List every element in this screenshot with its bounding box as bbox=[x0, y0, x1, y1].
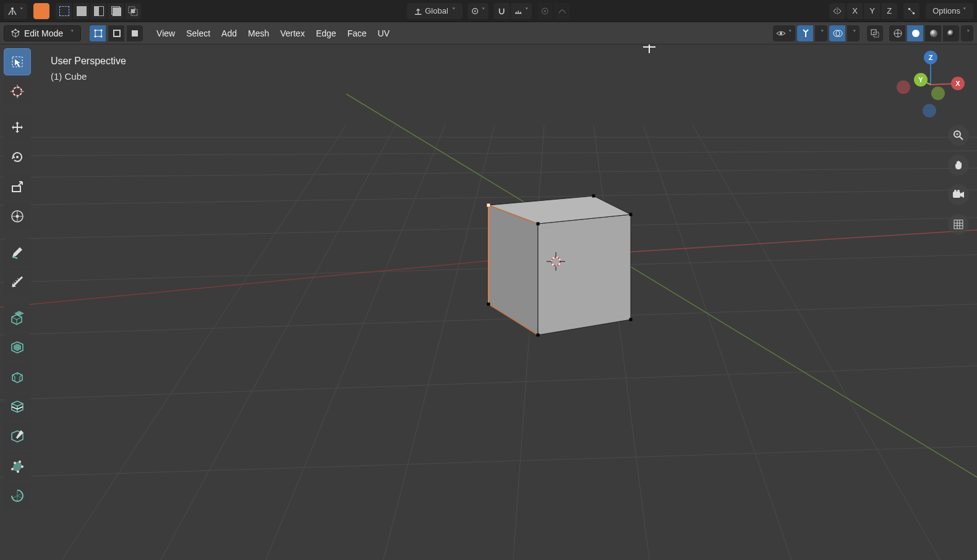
snap-toggle[interactable] bbox=[493, 3, 510, 19]
edge-select-mode[interactable] bbox=[108, 25, 124, 41]
mesh-symmetry-icon[interactable] bbox=[829, 3, 845, 19]
overlay-perspective: User Perspective bbox=[51, 53, 126, 69]
toggle-grid-button[interactable] bbox=[948, 214, 969, 235]
tool-cursor[interactable] bbox=[4, 78, 31, 105]
menu-edge[interactable]: Edge bbox=[316, 28, 336, 38]
tool-bevel[interactable] bbox=[4, 363, 31, 391]
viewport-3d[interactable]: User Perspective (1) Cube bbox=[0, 45, 977, 560]
svg-marker-51 bbox=[488, 196, 631, 224]
automerge-toggle[interactable] bbox=[903, 3, 919, 19]
options-dropdown[interactable]: Options ˅ bbox=[926, 3, 973, 19]
shading-dropdown[interactable] bbox=[961, 25, 973, 41]
mirror-x[interactable]: X bbox=[847, 3, 863, 19]
camera-button[interactable] bbox=[948, 184, 969, 205]
transform-orientation-dropdown[interactable]: Global ˅ bbox=[407, 3, 463, 19]
svg-point-16 bbox=[94, 35, 96, 37]
svg-point-5 bbox=[474, 10, 476, 12]
tool-select-box[interactable] bbox=[4, 48, 31, 75]
tool-scale[interactable] bbox=[4, 173, 31, 200]
overlay-object: (1) Cube bbox=[51, 69, 126, 84]
zoom-button[interactable] bbox=[948, 125, 969, 146]
svg-line-80 bbox=[960, 137, 963, 140]
visibility-dropdown[interactable] bbox=[773, 25, 795, 41]
vertex[interactable] bbox=[592, 195, 595, 198]
gizmo-axis-x[interactable]: X bbox=[951, 77, 965, 90]
menu-add[interactable]: Add bbox=[221, 28, 237, 38]
tool-measure[interactable] bbox=[4, 268, 31, 295]
show-gizmo-toggle[interactable] bbox=[797, 25, 813, 41]
interaction-mode-dropdown[interactable] bbox=[4, 3, 27, 19]
vertex[interactable] bbox=[629, 213, 633, 216]
mirror-y[interactable]: Y bbox=[864, 3, 880, 19]
select-mode-and[interactable] bbox=[125, 3, 141, 19]
tool-loop-cut[interactable] bbox=[4, 393, 31, 420]
tool-inset-faces[interactable] bbox=[4, 334, 31, 361]
select-mode-intersect[interactable] bbox=[108, 3, 124, 19]
menu-uv[interactable]: UV bbox=[378, 28, 390, 38]
tool-transform[interactable] bbox=[4, 203, 31, 230]
show-overlays-toggle[interactable] bbox=[829, 25, 845, 41]
transform-orientation-label: Global bbox=[425, 6, 448, 15]
menu-mesh[interactable]: Mesh bbox=[248, 28, 269, 38]
tool-knife[interactable] bbox=[4, 423, 31, 450]
svg-line-34 bbox=[0, 255, 977, 282]
select-mode-new[interactable] bbox=[33, 3, 49, 19]
vertex[interactable] bbox=[487, 303, 490, 306]
tool-rotate[interactable] bbox=[4, 143, 31, 171]
select-mode-extend[interactable] bbox=[56, 3, 72, 19]
gizmo-dropdown[interactable] bbox=[815, 25, 827, 41]
vertex-select-mode[interactable] bbox=[90, 25, 106, 41]
shading-wireframe[interactable] bbox=[889, 25, 905, 41]
gizmo-axis-neg-z[interactable] bbox=[923, 104, 936, 117]
snap-dropdown[interactable] bbox=[511, 3, 532, 19]
nav-gizmo[interactable]: Z Y X bbox=[897, 51, 965, 119]
svg-point-6 bbox=[542, 8, 548, 14]
shading-material[interactable] bbox=[925, 25, 941, 41]
svg-point-17 bbox=[100, 35, 102, 37]
vertex-selected[interactable] bbox=[487, 203, 490, 207]
tool-extrude-region[interactable] bbox=[4, 304, 31, 331]
editor-menus: View Select Add Mesh Vertex Edge Face UV bbox=[156, 28, 390, 38]
svg-line-38 bbox=[62, 125, 346, 560]
gizmo-axis-neg-y[interactable] bbox=[931, 87, 945, 100]
proportional-falloff-dropdown[interactable] bbox=[554, 3, 570, 19]
menu-view[interactable]: View bbox=[156, 28, 175, 38]
toolbar-left bbox=[4, 48, 31, 509]
select-mode-subtract[interactable] bbox=[73, 3, 89, 19]
tool-move[interactable] bbox=[4, 114, 31, 141]
overlays-dropdown[interactable] bbox=[847, 25, 860, 41]
vertex[interactable] bbox=[537, 223, 540, 226]
menu-select[interactable]: Select bbox=[186, 28, 210, 38]
mirror-z[interactable]: Z bbox=[881, 3, 897, 19]
menu-vertex[interactable]: Vertex bbox=[280, 28, 305, 38]
svg-point-61 bbox=[13, 87, 22, 96]
pan-button[interactable] bbox=[948, 155, 969, 176]
xray-toggle[interactable] bbox=[867, 25, 883, 41]
mode-dropdown[interactable]: Edit Mode ˅ bbox=[4, 25, 81, 41]
menu-face[interactable]: Face bbox=[348, 28, 367, 38]
gizmo-axis-neg-x[interactable] bbox=[897, 80, 910, 94]
select-mode-invert[interactable] bbox=[90, 3, 106, 19]
mouse-crosshair-icon bbox=[642, 45, 657, 56]
vertex[interactable] bbox=[537, 334, 540, 337]
svg-line-39 bbox=[161, 125, 396, 560]
tool-poly-build[interactable] bbox=[4, 452, 31, 480]
face-select-mode[interactable] bbox=[127, 25, 143, 41]
svg-point-4 bbox=[472, 8, 477, 14]
svg-line-33 bbox=[0, 218, 977, 239]
svg-line-40 bbox=[266, 125, 445, 560]
svg-point-74 bbox=[21, 465, 23, 468]
pivot-dropdown[interactable] bbox=[467, 3, 488, 19]
svg-line-36 bbox=[0, 366, 977, 400]
gizmo-axis-z[interactable]: Z bbox=[924, 51, 937, 64]
tool-spin[interactable] bbox=[4, 482, 31, 509]
tool-annotate[interactable] bbox=[4, 239, 31, 266]
shading-solid[interactable] bbox=[907, 25, 923, 41]
shading-rendered[interactable] bbox=[943, 25, 959, 41]
gizmo-axis-y[interactable]: Y bbox=[914, 73, 928, 87]
svg-line-48 bbox=[346, 94, 977, 477]
svg-rect-2 bbox=[131, 9, 137, 15]
vertex[interactable] bbox=[629, 318, 633, 321]
svg-point-28 bbox=[947, 30, 955, 37]
proportional-edit-toggle[interactable] bbox=[537, 3, 553, 19]
